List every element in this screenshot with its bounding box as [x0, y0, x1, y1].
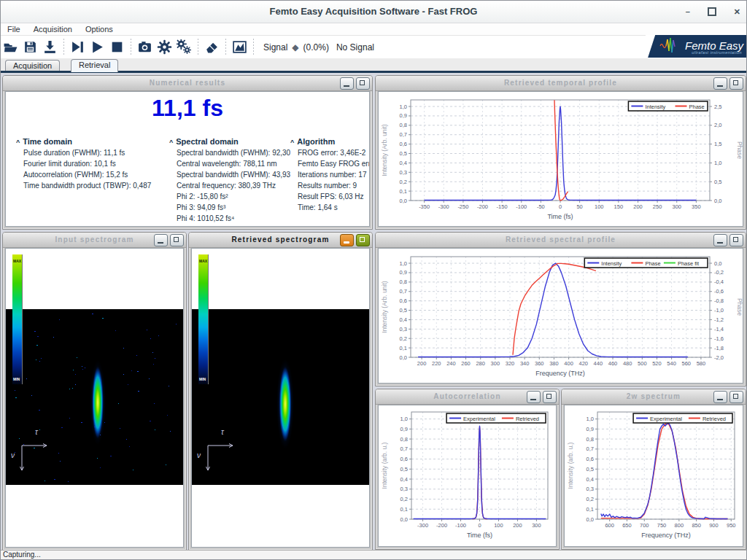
panel-titlebar[interactable]: Numerical results [3, 76, 372, 91]
svg-text:-50: -50 [537, 203, 545, 210]
svg-text:0,2: 0,2 [400, 179, 407, 185]
maximize-button[interactable] [729, 391, 743, 403]
autocorrelation-chart: -300-200-10001002003000,00,10,20,30,40,5… [379, 405, 557, 546]
open-button[interactable] [1, 38, 20, 57]
svg-text:0,8: 0,8 [400, 279, 407, 285]
menu-acquisition[interactable]: Acquisition [27, 25, 79, 34]
tab-acquisition[interactable]: Acquisition [5, 60, 60, 71]
collapse-caret[interactable]: ^ [290, 139, 294, 146]
logo-slash [646, 35, 656, 58]
minimize-button[interactable] [713, 391, 727, 403]
svg-text:900: 900 [709, 522, 719, 529]
svg-text:1,0: 1,0 [400, 104, 407, 110]
spectral-chart-area: 2002202402602803003203403603804004204404… [378, 248, 743, 384]
export-button[interactable] [40, 38, 60, 57]
camera-button[interactable] [135, 38, 155, 57]
temporal-profile-chart: -350-300-250-200-150-100-500501001502002… [379, 92, 743, 226]
svg-text:600: 600 [605, 522, 614, 529]
status-text: Capturing... [3, 551, 41, 559]
colorbar-min-label: MIN [13, 377, 20, 381]
save-button[interactable] [20, 38, 40, 57]
algorithm-section: ^Algorithm FROG error: 3,46E-2 Femto Eas… [290, 137, 370, 213]
minimize-button[interactable] [527, 391, 541, 403]
clear-eraser-button[interactable] [202, 38, 222, 57]
minimize-button[interactable] [340, 234, 354, 246]
minimize-button[interactable] [713, 234, 727, 246]
minimize-button[interactable] [340, 77, 354, 90]
window-titlebar[interactable]: Femto Easy Acquisition Software - Fast F… [1, 1, 746, 23]
minimize-button[interactable] [713, 77, 727, 90]
svg-text:Experimental: Experimental [463, 416, 495, 422]
menu-bar: File Acquisition Options [1, 23, 746, 35]
svg-text:0,1: 0,1 [400, 345, 407, 351]
close-icon[interactable]: ✕ [734, 8, 740, 15]
colorbar [12, 254, 23, 384]
settings-gear-button[interactable] [155, 38, 174, 57]
section-title: Time domain [23, 137, 72, 146]
maximize-button[interactable] [356, 77, 370, 90]
signal-label: Signal [263, 42, 287, 52]
maximize-button[interactable] [729, 77, 743, 90]
svg-text:0: 0 [478, 522, 481, 529]
step-forward-button[interactable] [68, 38, 88, 57]
logo-tagline: ultrafast instrumentation [692, 50, 742, 55]
panel-input-spectrogram: Input spectrogram [2, 232, 187, 551]
maximize-icon[interactable] [708, 7, 716, 17]
panel-titlebar[interactable]: Retrieved temporal profile [376, 76, 746, 91]
toolbar-separator [253, 39, 254, 56]
svg-text:420: 420 [578, 360, 588, 367]
result-item: Phi 4: 1010,52 fs⁴ [169, 213, 290, 224]
maximize-button[interactable] [729, 234, 743, 246]
spectrum-view-button[interactable] [230, 38, 249, 57]
logo-name: Femto Easy [685, 40, 743, 51]
maximize-button[interactable] [543, 391, 557, 403]
svg-text:0,5: 0,5 [587, 466, 594, 472]
panel-numerical-results: Numerical results 11,1 fs ^Time domain P… [2, 75, 373, 230]
colorbar [198, 254, 209, 384]
svg-text:750: 750 [657, 522, 667, 529]
numerical-results-content: 11,1 fs ^Time domain Pulse duration (FWH… [5, 91, 370, 227]
collapse-caret[interactable]: ^ [169, 139, 173, 146]
tab-retrieval[interactable]: Retrieval [71, 59, 118, 72]
stop-button[interactable] [107, 38, 127, 57]
minimize-icon[interactable]: – [686, 8, 690, 15]
svg-text:-1,4: -1,4 [714, 326, 724, 332]
collapse-caret[interactable]: ^ [16, 139, 20, 146]
menu-file[interactable]: File [1, 25, 27, 34]
svg-text:-0,4: -0,4 [714, 279, 724, 285]
svg-text:220: 220 [432, 360, 441, 367]
panel-titlebar[interactable]: Retrieved spectral profile [376, 233, 746, 248]
svg-text:0,5: 0,5 [400, 307, 407, 314]
svg-text:0,7: 0,7 [400, 288, 407, 295]
svg-text:Phase: Phase [736, 298, 743, 316]
svg-text:250: 250 [653, 203, 662, 210]
svg-text:-250: -250 [457, 203, 468, 210]
svg-text:-0,2: -0,2 [714, 269, 724, 276]
svg-text:460: 460 [608, 360, 618, 367]
svg-text:0,2: 0,2 [400, 496, 408, 502]
svg-text:260: 260 [461, 360, 471, 367]
svg-text:Intensity: Intensity [645, 104, 665, 110]
series-experimental [601, 423, 728, 518]
spectral-profile-chart: 2002202402602803003203403603804004204404… [379, 249, 743, 383]
advanced-settings-gears-button[interactable] [174, 38, 194, 57]
play-button[interactable] [88, 38, 107, 57]
maximize-button[interactable] [356, 234, 370, 246]
svg-text:300: 300 [491, 360, 500, 367]
svg-text:Time (fs): Time (fs) [467, 532, 492, 539]
svg-text:0,5: 0,5 [400, 150, 407, 157]
result-item: Spectral bandwidth (FWHM): 92,30 nm [169, 147, 290, 158]
signal-status: No Signal [336, 42, 374, 52]
svg-text:-200: -200 [436, 522, 447, 529]
svg-text:340: 340 [520, 360, 530, 367]
svg-text:360: 360 [535, 360, 544, 367]
menu-options[interactable]: Options [79, 25, 120, 34]
minimize-button[interactable] [154, 234, 168, 246]
svg-text:0,0: 0,0 [714, 260, 721, 267]
maximize-button[interactable] [170, 234, 184, 246]
result-item: Fourier limit duration: 10,1 fs [16, 158, 162, 169]
svg-text:0,4: 0,4 [400, 476, 408, 483]
svg-text:1,0: 1,0 [400, 416, 408, 422]
svg-text:0,6: 0,6 [400, 298, 407, 304]
result-item: Results number: 9 [290, 180, 370, 191]
